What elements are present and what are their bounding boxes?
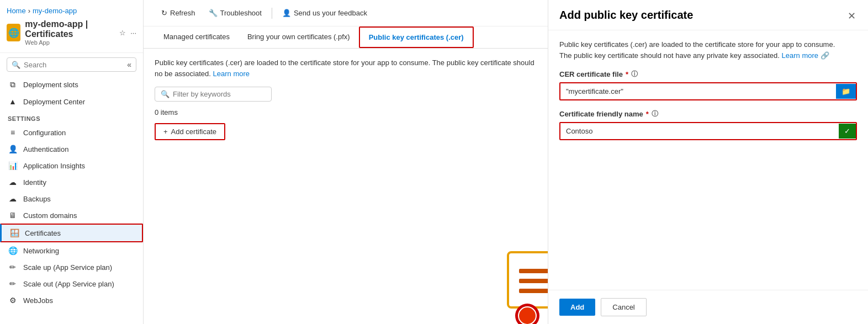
tab-bring-own[interactable]: Bring your own certificates (.pfx)	[239, 26, 359, 48]
add-button[interactable]: Add	[559, 299, 595, 316]
filter-icon: 🔍	[161, 90, 170, 98]
authentication-icon: 👤	[8, 145, 18, 153]
more-icon[interactable]: ···	[130, 29, 136, 37]
cancel-button[interactable]: Cancel	[601, 298, 646, 316]
search-input[interactable]	[24, 61, 124, 69]
scale-up-icon: ✏	[8, 263, 18, 272]
star-icon[interactable]: ☆	[119, 29, 126, 37]
breadcrumb-home[interactable]: Home	[7, 7, 26, 15]
custom-domains-icon: 🖥	[8, 211, 18, 220]
scale-out-icon: ✏	[8, 279, 18, 288]
networking-icon: 🌐	[8, 246, 18, 255]
tab-public-key[interactable]: Public key certificates (.cer)	[359, 26, 474, 48]
cer-file-label: CER certificate file * ⓘ	[559, 70, 857, 79]
friendly-name-input[interactable]	[560, 123, 839, 139]
troubleshoot-icon: 🔧	[209, 9, 218, 17]
filter-input-wrapper: 🔍	[155, 87, 272, 102]
refresh-button[interactable]: ↻ Refresh	[155, 6, 202, 20]
items-count: 0 items	[155, 108, 537, 116]
search-box: 🔍 «	[7, 57, 136, 72]
panel-learn-more-link[interactable]: Learn more	[782, 51, 818, 60]
sidebar: Home › my-demo-app 🌐 my-demo-app | Certi…	[0, 0, 144, 324]
sidebar-item-configuration[interactable]: ≡ Configuration	[0, 124, 143, 141]
filter-row: 🔍	[155, 87, 537, 102]
deployment-center-icon: ▲	[8, 97, 18, 106]
troubleshoot-button[interactable]: 🔧 Troubleshoot	[202, 6, 268, 20]
svg-point-5	[518, 307, 536, 324]
toolbar-separator	[272, 8, 272, 19]
sidebar-item-networking[interactable]: 🌐 Networking	[0, 242, 143, 259]
sidebar-item-application-insights[interactable]: 📊 Application Insights	[0, 157, 143, 174]
webjobs-icon: ⚙	[8, 296, 18, 305]
certificates-icon: 🪟	[9, 229, 19, 237]
configuration-icon: ≡	[8, 128, 18, 137]
settings-section-label: Settings	[0, 110, 143, 124]
panel-description: Public key certificates (.cer) are loade…	[559, 39, 835, 61]
app-name: my-demo-app | Certificates	[25, 19, 115, 39]
feedback-button[interactable]: 👤 Send us your feedback	[276, 6, 374, 20]
certificate-tabs: Managed certificates Bring your own cert…	[144, 26, 548, 49]
friendly-name-input-row: ✓	[559, 122, 857, 140]
sidebar-item-scale-up[interactable]: ✏ Scale up (App Service plan)	[0, 259, 143, 275]
panel-body: Public key certificates (.cer) are loade…	[548, 30, 868, 290]
right-panel: Add public key certificate ✕ Public key …	[548, 0, 868, 324]
content-area: Public key certificates (.cer) are loade…	[144, 49, 548, 324]
identity-icon: ☁	[8, 178, 18, 187]
sidebar-item-deployment-slots[interactable]: ⧉ Deployment slots	[0, 76, 143, 93]
add-icon: +	[163, 128, 168, 136]
cer-info-icon[interactable]: ⓘ	[631, 70, 638, 79]
sidebar-item-backups[interactable]: ☁ Backups	[0, 190, 143, 207]
sidebar-item-identity[interactable]: ☁ Identity	[0, 174, 143, 190]
application-insights-icon: 📊	[8, 161, 18, 170]
toolbar: ↻ Refresh 🔧 Troubleshoot 👤 Send us your …	[144, 0, 548, 26]
breadcrumb: Home › my-demo-app	[7, 7, 136, 15]
sidebar-navigation: ⧉ Deployment slots ▲ Deployment Center S…	[0, 74, 143, 311]
panel-title: Add public key certificate	[559, 9, 693, 22]
svg-rect-3	[519, 289, 548, 293]
app-subtitle: Web App	[25, 39, 115, 46]
friendly-name-check-button[interactable]: ✓	[839, 124, 856, 139]
panel-header: Add public key certificate ✕	[548, 0, 868, 30]
cer-file-input[interactable]	[560, 83, 836, 99]
backups-icon: ☁	[8, 194, 18, 203]
sidebar-item-custom-domains[interactable]: 🖥 Custom domains	[0, 207, 143, 224]
folder-icon: 📁	[841, 87, 850, 95]
svg-rect-2	[519, 279, 548, 283]
cer-file-input-row: 📁	[559, 82, 857, 100]
sidebar-item-authentication[interactable]: 👤 Authentication	[0, 141, 143, 157]
close-panel-button[interactable]: ✕	[846, 9, 857, 23]
deployment-slots-icon: ⧉	[8, 80, 18, 89]
sidebar-item-deployment-center[interactable]: ▲ Deployment Center	[0, 93, 143, 110]
friendly-name-label: Certificate friendly name * ⓘ	[559, 109, 857, 119]
breadcrumb-app[interactable]: my-demo-app	[33, 7, 77, 15]
panel-footer: Add Cancel	[548, 290, 868, 324]
tab-managed-certificates[interactable]: Managed certificates	[155, 26, 239, 48]
cer-file-group: CER certificate file * ⓘ 📁	[559, 70, 857, 100]
collapse-icon[interactable]: «	[127, 60, 131, 69]
certificate-illustration	[497, 247, 548, 324]
friendly-name-info-icon[interactable]: ⓘ	[652, 109, 658, 119]
check-icon: ✓	[844, 127, 850, 135]
cer-file-browse-button[interactable]: 📁	[836, 84, 856, 99]
refresh-icon: ↻	[161, 9, 167, 17]
add-certificate-button[interactable]: + Add certificate	[155, 123, 225, 140]
sidebar-item-scale-out[interactable]: ✏ Scale out (App Service plan)	[0, 275, 143, 292]
feedback-icon: 👤	[282, 9, 291, 17]
main-content: ↻ Refresh 🔧 Troubleshoot 👤 Send us your …	[144, 0, 548, 324]
learn-more-link[interactable]: Learn more	[213, 70, 250, 78]
sidebar-item-webjobs[interactable]: ⚙ WebJobs	[0, 292, 143, 309]
app-icon: 🌐	[7, 24, 20, 41]
filter-input[interactable]	[173, 90, 266, 98]
content-description: Public key certificates (.cer) are loade…	[155, 57, 537, 79]
search-icon: 🔍	[12, 61, 20, 69]
svg-rect-1	[519, 269, 548, 273]
sidebar-item-certificates[interactable]: 🪟 Certificates	[0, 224, 143, 242]
friendly-name-group: Certificate friendly name * ⓘ ✓	[559, 109, 857, 140]
